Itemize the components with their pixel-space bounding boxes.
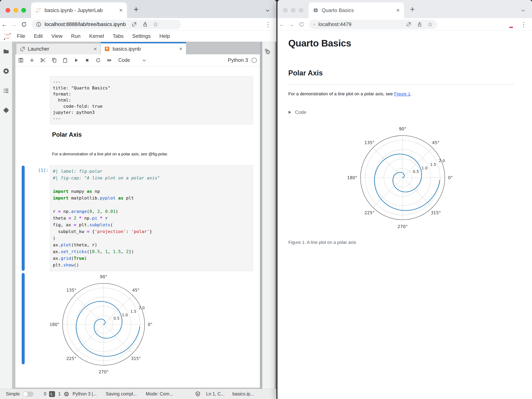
svg-text:0.5: 0.5 — [114, 316, 120, 320]
kernel-count[interactable]: 1 — [58, 391, 61, 397]
tab-search-chevron-icon[interactable] — [520, 7, 526, 13]
kernel-status-icon[interactable] — [252, 58, 257, 63]
sidebar-tab-running[interactable] — [3, 68, 9, 74]
url-text[interactable]: localhost:4479 — [318, 21, 351, 27]
trust-shield-icon[interactable] — [195, 391, 201, 397]
toolbar-button-run-all[interactable] — [104, 57, 115, 63]
browser-tab-quarto[interactable]: Quarto Basics × — [309, 2, 404, 18]
reload-icon[interactable] — [298, 21, 305, 28]
add-icon[interactable] — [29, 57, 35, 63]
raw-cell-editor[interactable]: ---title: "Quarto Basics"format: html: c… — [50, 76, 253, 124]
share-icon[interactable] — [142, 22, 148, 27]
doc-tab-launcher[interactable]: Launcher × — [16, 43, 101, 54]
raw-line: --- — [53, 79, 250, 85]
menu-item-edit[interactable]: Edit — [34, 33, 43, 39]
jupyterlab-dock: Launcher × basics.ipynb × Code Python 3 … — [0, 42, 276, 389]
output-collapser[interactable] — [22, 273, 25, 364]
terminal-icon[interactable]: $_ — [49, 391, 55, 397]
code-disclosure[interactable]: Code — [288, 110, 306, 115]
terminal-count[interactable]: 0 — [44, 391, 46, 397]
menu-item-run[interactable]: Run — [71, 33, 81, 39]
notebook-scrollbar[interactable] — [260, 42, 262, 389]
url-text[interactable]: localhost:8888/lab/tree/basics.ipynb — [44, 21, 126, 27]
kernel-chip-icon[interactable] — [63, 391, 70, 397]
copy-icon[interactable] — [51, 57, 57, 63]
cut-icon[interactable] — [40, 57, 46, 63]
restart-icon[interactable] — [95, 57, 101, 63]
toolbar-button-cut[interactable] — [38, 57, 49, 63]
toolbar-button-restart[interactable] — [93, 57, 104, 63]
zoom-window-button[interactable] — [21, 8, 26, 12]
close-tab-icon[interactable]: × — [179, 46, 182, 52]
sidebar-tab-toc[interactable] — [3, 87, 9, 94]
menu-item-file[interactable]: File — [17, 33, 25, 39]
stop-icon[interactable] — [84, 57, 90, 63]
new-tab-button[interactable]: + — [134, 6, 139, 13]
active-file-name[interactable]: basics.ip... — [233, 391, 254, 397]
kernel-name[interactable]: Python 3 — [228, 57, 248, 63]
reload-icon[interactable] — [21, 21, 27, 28]
browser-menu-icon[interactable]: ⋮ — [265, 21, 271, 28]
menu-item-settings[interactable]: Settings — [132, 33, 151, 39]
open-in-window-icon[interactable] — [406, 22, 411, 27]
toolbar-button-save[interactable] — [15, 57, 26, 63]
browser-menu-icon[interactable]: ⋮ — [520, 21, 527, 28]
menu-item-tabs[interactable]: Tabs — [113, 33, 123, 39]
toc-icon[interactable] — [3, 87, 9, 94]
menu-item-kernel[interactable]: Kernel — [89, 33, 104, 39]
forward-icon[interactable]: → — [9, 20, 18, 28]
cursor-position[interactable]: Ln 1, C... — [206, 391, 225, 397]
site-info-icon[interactable] — [313, 22, 315, 27]
doc-tab-notebook[interactable]: basics.ipynb × — [101, 42, 186, 54]
sidebar-tab-extensions[interactable] — [3, 107, 9, 114]
tab-close-icon[interactable]: × — [396, 7, 400, 13]
svg-text:180°: 180° — [50, 322, 60, 327]
back-icon[interactable]: ← — [0, 20, 9, 28]
notebook-panel[interactable]: ---title: "Quarto Basics"format: html: c… — [15, 66, 260, 387]
input-collapser[interactable] — [22, 166, 25, 271]
address-bar[interactable]: localhost:8888/lab/tree/basics.ipynb ☆ — [32, 20, 181, 29]
mode-indicator[interactable]: Mode: Com... — [146, 391, 173, 397]
cell-type-select[interactable]: Code — [118, 57, 130, 63]
minimize-window-button[interactable] — [291, 8, 296, 12]
toolbar-button-add[interactable] — [26, 57, 38, 63]
open-in-window-icon[interactable] — [131, 22, 137, 27]
share-icon[interactable] — [417, 22, 422, 27]
close-tab-icon[interactable]: × — [94, 46, 97, 52]
figure-link[interactable]: Figure 1 — [394, 91, 411, 96]
browser-tab-jupyterlab[interactable]: basics.ipynb - JupyterLab × — [31, 2, 127, 18]
kernel-status-text[interactable]: Python 3 |... — [73, 391, 97, 397]
files-icon[interactable] — [3, 48, 9, 55]
code-cell-editor[interactable]: #| label: fig-polar#| fig-cap: "A line p… — [50, 165, 253, 271]
toolbar-button-run[interactable] — [71, 57, 82, 63]
close-window-button[interactable] — [6, 8, 10, 12]
paste-icon[interactable] — [62, 57, 68, 63]
back-icon[interactable]: ← — [278, 20, 286, 28]
forward-icon[interactable]: → — [286, 20, 296, 28]
tab-search-chevron-icon[interactable] — [265, 7, 271, 13]
close-window-button[interactable] — [283, 8, 288, 12]
site-info-icon[interactable] — [36, 22, 41, 27]
toolbar-button-copy[interactable] — [49, 57, 60, 63]
menu-item-help[interactable]: Help — [159, 33, 170, 39]
bookmark-star-icon[interactable]: ☆ — [153, 21, 158, 28]
property-inspector-icon[interactable]: ⚙⚙ — [264, 48, 268, 55]
bookmark-star-icon[interactable]: ☆ — [427, 21, 433, 28]
new-tab-button[interactable]: + — [410, 6, 415, 13]
toolbar-button-stop[interactable] — [82, 57, 93, 63]
run-icon[interactable] — [73, 57, 79, 63]
zoom-window-button[interactable] — [299, 8, 304, 12]
code-line: plt.show() — [53, 262, 250, 268]
tab-close-icon[interactable]: × — [119, 7, 123, 13]
menu-item-view[interactable]: View — [51, 33, 63, 39]
simple-mode-toggle[interactable] — [23, 392, 33, 397]
extensions-icon[interactable] — [3, 107, 9, 114]
save-icon[interactable] — [18, 57, 24, 63]
run-all-icon[interactable] — [106, 57, 112, 63]
minimize-window-button[interactable] — [13, 8, 18, 12]
address-bar[interactable]: localhost:4479 ☆ — [309, 20, 437, 29]
toolbar-button-paste[interactable] — [60, 57, 71, 63]
sidebar-tab-files[interactable] — [3, 48, 9, 55]
cell-type-chevron-icon[interactable] — [142, 58, 147, 63]
running-icon[interactable] — [3, 68, 9, 74]
